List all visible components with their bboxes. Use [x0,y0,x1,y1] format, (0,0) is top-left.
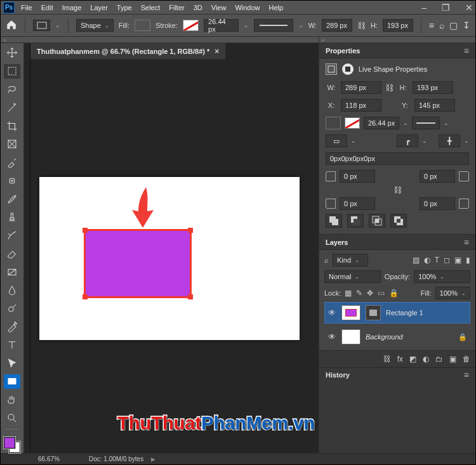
transform-handle-tr[interactable] [188,228,193,233]
rectangle-shape[interactable] [84,229,192,298]
brush-tool[interactable] [4,192,20,206]
status-zoom[interactable]: 66.67% [38,455,80,462]
document-tab-close[interactable]: × [215,47,219,56]
chevron-down-icon[interactable]: ⌄ [444,120,449,126]
history-brush-tool[interactable] [4,228,20,243]
window-minimize-button[interactable]: – [421,3,426,13]
pathfinder-exclude[interactable] [390,214,407,228]
frame-icon[interactable]: ▢ [449,20,458,30]
transform-handle-br[interactable] [188,294,193,299]
layer-mask-icon[interactable]: ◩ [409,355,416,363]
pen-tool[interactable] [4,320,20,334]
transform-handle-bl[interactable] [83,294,88,299]
stroke-width-field[interactable]: 26.44 px [204,19,239,32]
search-icon[interactable]: ⌕ [439,20,444,30]
fill-color-swatch[interactable] [135,20,150,31]
history-panel-header[interactable]: History ≡ [319,368,475,382]
filter-shape-icon[interactable]: ◻ [444,256,450,265]
share-icon[interactable]: ↧ [463,20,470,30]
layer-name[interactable]: Rectangle 1 [386,309,467,317]
menu-edit[interactable]: Edit [41,4,53,11]
prop-y-field[interactable]: 145 px [414,99,455,112]
menu-file[interactable]: File [21,4,32,11]
gradient-tool[interactable] [4,265,20,279]
status-arrow-icon[interactable]: ▶ [151,456,155,462]
document-tab[interactable]: Thuthuatphanmem @ 66.7% (Rectangle 1, RG… [30,43,226,59]
crop-tool[interactable] [4,119,20,133]
prop-w-field[interactable]: 289 px [341,81,381,94]
corner-tr-field[interactable]: 0 px [420,170,455,183]
path-select-tool[interactable] [4,356,20,370]
menu-view[interactable]: View [211,4,227,11]
chevron-down-icon[interactable]: ⌄ [422,138,427,144]
stamp-tool[interactable] [4,210,20,225]
link-wh-icon[interactable]: ⛓ [357,21,366,30]
prop-stroke-style[interactable] [412,117,440,129]
prop-x-field[interactable]: 118 px [341,99,381,112]
width-field[interactable]: 289 px [322,19,352,32]
prop-stroke-swatch[interactable] [345,117,360,129]
layer-visibility-icon[interactable]: 👁 [327,332,336,341]
magic-wand-tool[interactable] [4,100,20,115]
panel-menu-icon[interactable]: ≡ [464,237,469,247]
menu-filter[interactable]: Filter [169,4,184,11]
healing-tool[interactable] [4,173,20,188]
toolbox-collapse[interactable]: « [1,37,24,43]
stroke-style-dropdown[interactable] [254,19,293,32]
height-field[interactable]: 193 px [383,19,413,32]
layer-lock-icon[interactable]: 🔒 [458,333,467,341]
corner-link-icon[interactable]: ⛓ [393,185,402,195]
lasso-tool[interactable] [4,82,20,97]
stroke-style-caret[interactable]: ⌄ [298,22,303,29]
stroke-width-caret[interactable]: ⌄ [244,22,249,29]
menu-layer[interactable]: Layer [90,4,108,11]
marquee-tool[interactable] [4,64,20,79]
rectangle-tool[interactable] [4,374,20,389]
group-layers-icon[interactable]: 🗀 [435,355,443,363]
layers-panel-header[interactable]: Layers ≡ [319,235,475,250]
zoom-tool[interactable] [4,411,20,426]
link-layers-icon[interactable]: ⛓ [383,355,391,363]
layer-row[interactable]: 👁 Background 🔒 [324,326,470,348]
menu-help[interactable]: Help [269,4,284,11]
menu-image[interactable]: Image [62,4,82,11]
home-button[interactable] [6,19,17,32]
chevron-down-icon[interactable]: ⌄ [464,138,469,144]
lock-all-icon[interactable]: 🔒 [389,289,399,298]
stroke-color-swatch[interactable] [183,20,199,31]
menu-type[interactable]: Type [117,4,132,11]
foreground-color-well[interactable] [4,437,15,449]
prop-corner-summary[interactable]: 0px0px0px0px [326,152,469,165]
canvas[interactable] [39,177,300,340]
lock-artboard-icon[interactable]: ▭ [378,289,385,298]
properties-panel-header[interactable]: Properties ≡ [319,43,475,58]
eyedropper-tool[interactable] [4,155,20,170]
corner-br-field[interactable]: 0 px [420,197,455,210]
menu-select[interactable]: Select [141,4,161,11]
prop-fill-swatch[interactable] [326,117,341,129]
pathfinder-subtract[interactable] [347,214,364,228]
panels-collapse[interactable]: » [319,37,475,43]
type-tool[interactable] [4,338,20,353]
blend-mode-dropdown[interactable]: Normal ⌄ [324,270,381,283]
hand-tool[interactable] [4,393,20,407]
layer-fx-icon[interactable]: fx [397,355,403,363]
prop-align-dropdown[interactable]: ╋ [439,134,460,147]
layer-filter-kind[interactable]: Kind ⌄ [333,254,368,266]
menu-3d[interactable]: 3D [194,4,202,11]
canvas-wrap[interactable]: ThuThuatPhanMem.vn [30,59,319,453]
tool-preset-caret[interactable]: ⌄ [55,22,60,29]
layer-row[interactable]: 👁 Rectangle 1 [324,302,470,324]
lock-paint-icon[interactable]: ✎ [356,289,362,298]
window-restore-button[interactable]: ❐ [442,3,450,13]
layer-vector-mask[interactable] [366,305,381,320]
prop-stroke-width[interactable]: 26.44 px [364,117,399,129]
opacity-field[interactable]: 100% ⌄ [414,270,470,283]
eraser-tool[interactable] [4,247,20,261]
dodge-tool[interactable] [4,301,20,316]
lock-pixels-icon[interactable]: ▦ [345,289,352,298]
prop-h-field[interactable]: 193 px [413,81,453,94]
filter-pixel-icon[interactable]: ▧ [413,256,420,265]
shape-mode-dropdown[interactable]: Shape ⌄ [76,19,114,32]
filter-smart-icon[interactable]: ▣ [454,256,461,265]
